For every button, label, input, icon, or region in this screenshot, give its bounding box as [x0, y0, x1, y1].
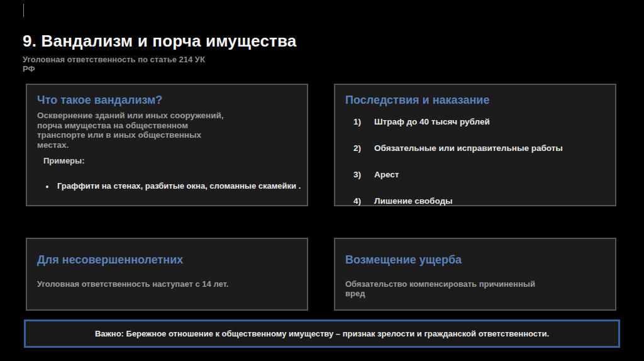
- item-text: Арест: [374, 170, 399, 180]
- list-item: 2) Обязательные или исправительные работ…: [353, 143, 605, 153]
- bullet-text: Граффити на стенах, разбитые окна, слома…: [57, 181, 301, 191]
- page-subtitle: Уголовная ответственность по статье 214 …: [23, 55, 249, 74]
- slide: 9. Вандализм и порча имущества Уголовная…: [0, 0, 644, 361]
- card-body-text: Обязательство компенсировать причиненный…: [345, 279, 605, 298]
- punishment-list: 1) Штраф до 40 тысяч рублей 2) Обязатель…: [345, 117, 605, 206]
- item-number: 2): [353, 143, 374, 153]
- bullet-icon: [46, 186, 48, 188]
- text-caret: [23, 4, 24, 17]
- card-body-text: Уголовная ответственность наступает с 14…: [37, 279, 297, 289]
- page-title: 9. Вандализм и порча имущества: [23, 31, 297, 51]
- card-minors: Для несовершеннолетних Уголовная ответст…: [26, 238, 308, 311]
- card-heading: Для несовершеннолетних: [37, 253, 297, 267]
- card-compensation: Возмещение ущерба Обязательство компенси…: [334, 238, 616, 311]
- banner-text: Важно: Бережное отношение к общественном…: [95, 329, 549, 338]
- card-heading: Последствия и наказание: [345, 93, 605, 107]
- card-body-text: Осквернение зданий или иных сооружений, …: [37, 111, 297, 150]
- card-what-is-vandalism: Что такое вандализм? Осквернение зданий …: [26, 84, 308, 206]
- list-item: 1) Штраф до 40 тысяч рублей: [353, 117, 605, 127]
- card-consequences: Последствия и наказание 1) Штраф до 40 т…: [334, 84, 616, 206]
- item-number: 3): [353, 170, 374, 180]
- item-text: Лишение свободы: [374, 196, 453, 206]
- item-text: Штраф до 40 тысяч рублей: [374, 117, 490, 127]
- card-heading: Возмещение ущерба: [345, 253, 605, 267]
- item-number: 1): [353, 117, 374, 127]
- list-item: 4) Лишение свободы: [353, 196, 605, 206]
- list-item: 3) Арест: [353, 170, 605, 180]
- examples-label: Примеры:: [43, 156, 297, 165]
- example-list-item: Граффити на стенах, разбитые окна, слома…: [46, 181, 297, 191]
- item-text: Обязательные или исправительные работы: [374, 143, 563, 153]
- card-heading: Что такое вандализм?: [37, 93, 297, 107]
- item-number: 4): [353, 196, 374, 206]
- important-note-banner: Важно: Бережное отношение к общественном…: [24, 319, 620, 348]
